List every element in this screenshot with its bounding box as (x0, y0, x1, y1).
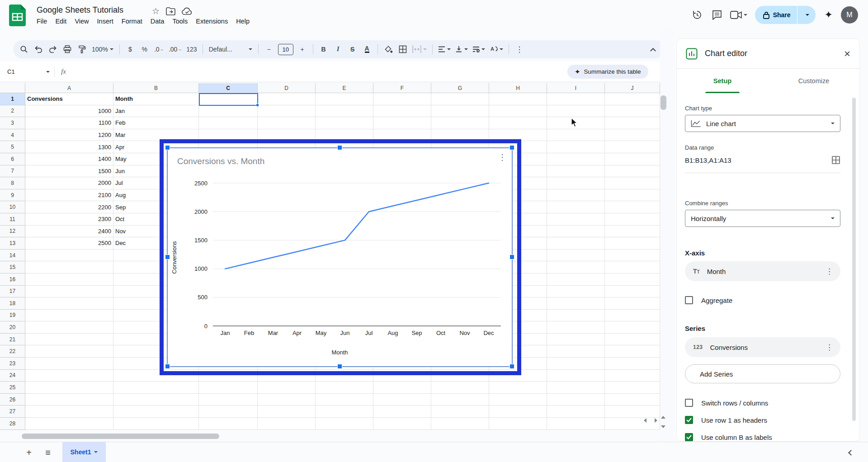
row-header-25[interactable]: 25 (0, 382, 25, 394)
menu-view[interactable]: View (71, 16, 93, 26)
print-icon[interactable] (60, 42, 75, 56)
comments-icon[interactable] (707, 5, 727, 25)
grid-cell[interactable] (25, 382, 113, 394)
row-header-11[interactable]: 11 (0, 213, 25, 226)
row-header-26[interactable]: 26 (0, 394, 25, 406)
avatar[interactable]: M (841, 6, 858, 24)
grid-cell[interactable] (373, 418, 431, 430)
grid-cell[interactable] (316, 418, 373, 430)
grid-cell[interactable] (199, 418, 258, 430)
row-header-16[interactable]: 16 (0, 273, 25, 286)
grid-cell[interactable] (199, 394, 258, 406)
menu-tools[interactable]: Tools (168, 16, 192, 26)
grid-cell[interactable] (431, 418, 489, 430)
grid-cell[interactable] (605, 405, 660, 418)
grid-cell[interactable] (547, 129, 605, 141)
grid-cell[interactable]: 2100 (25, 189, 113, 202)
all-sheets-icon[interactable]: ≡ (42, 446, 54, 459)
grid-cell[interactable] (258, 418, 316, 430)
grid-cell[interactable] (547, 345, 605, 358)
row-header-21[interactable]: 21 (0, 334, 25, 346)
grid-cell[interactable] (258, 93, 316, 105)
grid-cell[interactable] (25, 321, 113, 334)
grid-cell[interactable] (25, 250, 113, 262)
column-header-J[interactable]: J (605, 83, 660, 93)
undo-icon[interactable] (31, 42, 46, 56)
column-header-F[interactable]: F (373, 83, 431, 93)
grid-cell[interactable] (316, 405, 373, 418)
grid-cell[interactable] (199, 405, 258, 418)
chart-resize-handle[interactable] (165, 145, 170, 150)
add-series-button[interactable]: Add Series (685, 364, 840, 383)
grid-cell[interactable]: Jan (113, 105, 199, 118)
row-header-22[interactable]: 22 (0, 345, 25, 358)
grid-cell[interactable]: 1400 (25, 153, 113, 165)
redo-icon[interactable] (46, 42, 60, 56)
grid-cell[interactable]: Conversions (25, 93, 113, 105)
grid-cell[interactable] (547, 405, 605, 418)
borders-icon[interactable] (396, 42, 410, 56)
grid-cell[interactable] (605, 358, 660, 370)
combine-ranges-select[interactable]: Horizontally (685, 210, 840, 227)
aggregate-option[interactable]: Aggregate (685, 295, 732, 306)
grid-cell[interactable] (258, 105, 316, 118)
grid-cell[interactable] (547, 297, 605, 310)
grid-cell[interactable] (605, 394, 660, 406)
grid-cell[interactable] (373, 382, 431, 394)
grid-cell[interactable] (489, 405, 547, 418)
grid-cell[interactable] (25, 261, 113, 273)
grid-corner[interactable] (0, 83, 25, 93)
grid-cell[interactable] (605, 93, 660, 105)
name-box[interactable]: C1 (0, 68, 50, 75)
grid-cell[interactable] (258, 405, 316, 418)
grid-cell[interactable] (605, 189, 660, 202)
grid-cell[interactable] (605, 382, 660, 394)
column-header-E[interactable]: E (316, 83, 373, 93)
chart-resize-handle[interactable] (509, 364, 514, 369)
paint-format-icon[interactable] (75, 42, 89, 56)
grid-cell[interactable] (547, 226, 605, 238)
menu-help[interactable]: Help (232, 16, 254, 26)
grid-cell[interactable] (199, 382, 258, 394)
zoom-select[interactable]: 100% (89, 42, 116, 56)
grid-cell[interactable] (547, 370, 605, 382)
row-header-27[interactable]: 27 (0, 405, 25, 418)
menu-insert[interactable]: Insert (93, 16, 118, 26)
search-icon[interactable] (17, 42, 31, 56)
grid-cell[interactable] (25, 418, 113, 430)
grid-cell[interactable] (199, 117, 258, 129)
row-header-6[interactable]: 6 (0, 153, 25, 165)
grid-cell[interactable] (316, 117, 373, 129)
row-header-24[interactable]: 24 (0, 370, 25, 382)
column-header-C[interactable]: C (199, 83, 258, 93)
checkbox[interactable] (685, 433, 693, 441)
grid-cell[interactable] (547, 189, 605, 202)
column-header-D[interactable]: D (258, 83, 316, 93)
sheets-logo-icon[interactable] (9, 5, 26, 26)
grid-cell[interactable]: 2000 (25, 177, 113, 189)
strikethrough-button[interactable]: S (345, 42, 360, 56)
series-item[interactable]: 123 Conversions ⋮ (685, 337, 840, 357)
row-header-7[interactable]: 7 (0, 165, 25, 178)
grid-cell[interactable] (25, 273, 113, 286)
italic-button[interactable]: I (331, 42, 345, 56)
grid-cell[interactable] (431, 117, 489, 129)
row-header-12[interactable]: 12 (0, 226, 25, 238)
menu-format[interactable]: Format (118, 16, 146, 26)
star-icon[interactable]: ☆ (152, 6, 160, 16)
grid-cell[interactable]: 2200 (25, 201, 113, 213)
menu-edit[interactable]: Edit (51, 16, 71, 26)
column-header-I[interactable]: I (547, 83, 605, 93)
grid-cell[interactable] (547, 261, 605, 273)
selected-cell-outline[interactable] (199, 93, 258, 106)
option-use-column-b-as-labels[interactable]: Use column B as labels (685, 432, 772, 442)
grid-cell[interactable] (373, 93, 431, 105)
grid-cell[interactable] (547, 358, 605, 370)
grid-cell[interactable] (316, 105, 373, 118)
sheet-tab-active[interactable]: Sheet1 (62, 442, 106, 462)
grid-cell[interactable] (547, 165, 605, 178)
fill-handle[interactable] (256, 104, 259, 107)
share-button[interactable]: Share (755, 6, 816, 24)
grid-cell[interactable] (547, 394, 605, 406)
grid-cell[interactable] (547, 418, 605, 430)
